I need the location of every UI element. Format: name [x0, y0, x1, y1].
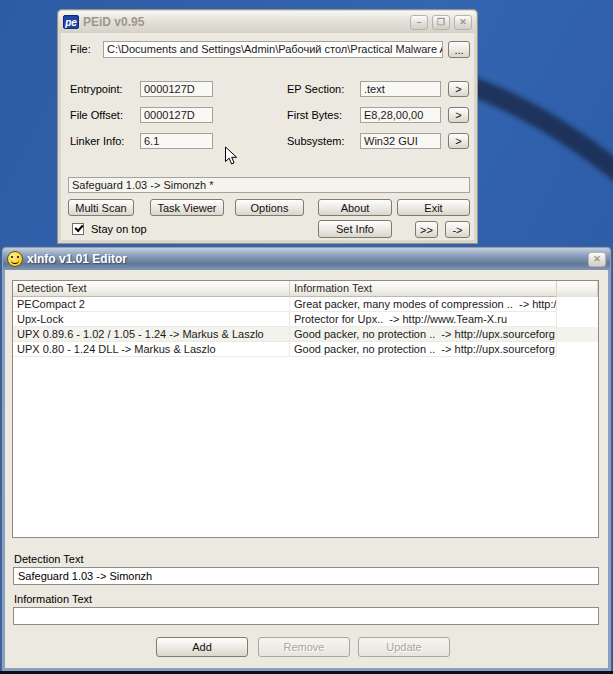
stay-on-top-checkbox[interactable] — [72, 223, 84, 235]
ep-section-label: EP Section: — [287, 83, 344, 95]
xinfo-titlebar[interactable]: xInfo v1.01 Editor ✕ — [3, 248, 610, 270]
close-icon[interactable]: ✕ — [454, 15, 472, 30]
stay-on-top-label: Stay on top — [91, 223, 147, 235]
subsystem-field[interactable]: Win32 GUI — [360, 133, 441, 149]
detection-cell[interactable]: PECompact 2 — [13, 297, 290, 312]
detection-text-input[interactable] — [13, 567, 599, 585]
listview-header: Detection Text Information Text — [13, 281, 598, 297]
next-button[interactable]: -> — [445, 221, 470, 238]
row-filler — [557, 342, 598, 357]
smiley-icon — [7, 251, 23, 267]
first-bytes-detail-button[interactable]: > — [448, 107, 469, 123]
column-header-detection[interactable]: Detection Text — [13, 281, 290, 297]
detection-text-label: Detection Text — [14, 553, 84, 565]
peid-client-area: File: C:\Documents and Settings\Admin\Ра… — [61, 33, 474, 240]
peid-titlebar[interactable]: pe PEiD v0.95 – ❐ ✕ — [59, 11, 476, 33]
peid-window-title: PEiD v0.95 — [83, 15, 406, 29]
information-cell[interactable]: Great packer, many modes of compression … — [290, 297, 557, 312]
table-row[interactable]: Upx-Lock Protector for Upx.. -> http://w… — [13, 312, 598, 327]
more-options-button[interactable]: >> — [415, 221, 438, 238]
ep-section-detail-button[interactable]: > — [448, 81, 469, 97]
xinfo-window-title: xInfo v1.01 Editor — [27, 252, 584, 266]
row-filler — [557, 327, 598, 342]
peid-logo-icon: pe — [63, 15, 79, 29]
table-row[interactable]: UPX 0.89.6 - 1.02 / 1.05 - 1.24 -> Marku… — [13, 327, 598, 342]
peid-window: pe PEiD v0.95 – ❐ ✕ File: C:\Documents a… — [58, 10, 477, 243]
update-button[interactable]: Update — [358, 637, 450, 657]
scan-result-field[interactable]: Safeguard 1.03 -> Simonzh * — [68, 177, 470, 193]
table-row[interactable]: PECompact 2 Great packer, many modes of … — [13, 297, 598, 312]
first-bytes-field[interactable]: E8,28,00,00 — [360, 107, 441, 123]
column-header-filler — [557, 281, 598, 297]
multi-scan-button[interactable]: Multi Scan — [68, 199, 134, 216]
detection-cell[interactable]: Upx-Lock — [13, 312, 290, 327]
row-filler — [557, 297, 598, 312]
first-bytes-label: First Bytes: — [287, 109, 342, 121]
row-filler — [557, 312, 598, 327]
add-button[interactable]: Add — [156, 637, 248, 657]
set-info-button[interactable]: Set Info — [318, 220, 392, 238]
browse-button[interactable]: ... — [448, 41, 470, 58]
ep-section-field[interactable]: .text — [360, 81, 441, 97]
about-button[interactable]: About — [318, 199, 392, 216]
detection-cell[interactable]: UPX 0.80 - 1.24 DLL -> Markus & Laszlo — [13, 342, 290, 357]
information-text-input[interactable] — [13, 607, 599, 625]
entrypoint-field[interactable]: 0000127D — [140, 81, 213, 97]
exit-button[interactable]: Exit — [397, 199, 470, 216]
information-cell[interactable]: Good packer, no protection .. -> http://… — [290, 327, 557, 342]
minimize-icon[interactable]: – — [410, 15, 428, 30]
detection-cell[interactable]: UPX 0.89.6 - 1.02 / 1.05 - 1.24 -> Marku… — [13, 327, 290, 342]
information-cell[interactable]: Protector for Upx.. -> http://www.Team-X… — [290, 312, 557, 327]
file-label: File: — [70, 43, 91, 55]
subsystem-label: Subsystem: — [287, 135, 344, 147]
xinfo-client-area: Detection Text Information Text PECompac… — [5, 270, 608, 668]
close-icon[interactable]: ✕ — [588, 252, 606, 267]
linker-info-field[interactable]: 6.1 — [140, 133, 213, 149]
task-viewer-button[interactable]: Task Viewer — [150, 199, 224, 216]
options-button[interactable]: Options — [235, 199, 304, 216]
restore-icon[interactable]: ❐ — [432, 15, 450, 30]
information-text-label: Information Text — [14, 593, 92, 605]
xinfo-window: xInfo v1.01 Editor ✕ Detection Text Info… — [2, 247, 611, 671]
remove-button[interactable]: Remove — [258, 637, 350, 657]
file-offset-field[interactable]: 0000127D — [140, 107, 213, 123]
information-cell[interactable]: Good packer, no protection .. -> http://… — [290, 342, 557, 357]
file-offset-label: File Offset: — [70, 109, 123, 121]
file-path-field[interactable]: C:\Documents and Settings\Admin\Рабочий … — [103, 41, 443, 58]
checkmark-icon — [74, 223, 83, 232]
column-header-information[interactable]: Information Text — [290, 281, 557, 297]
linker-info-label: Linker Info: — [70, 135, 124, 147]
entrypoint-label: Entrypoint: — [70, 83, 123, 95]
table-row[interactable]: UPX 0.80 - 1.24 DLL -> Markus & Laszlo G… — [13, 342, 598, 357]
subsystem-detail-button[interactable]: > — [448, 133, 469, 149]
signatures-listview[interactable]: Detection Text Information Text PECompac… — [12, 280, 599, 538]
